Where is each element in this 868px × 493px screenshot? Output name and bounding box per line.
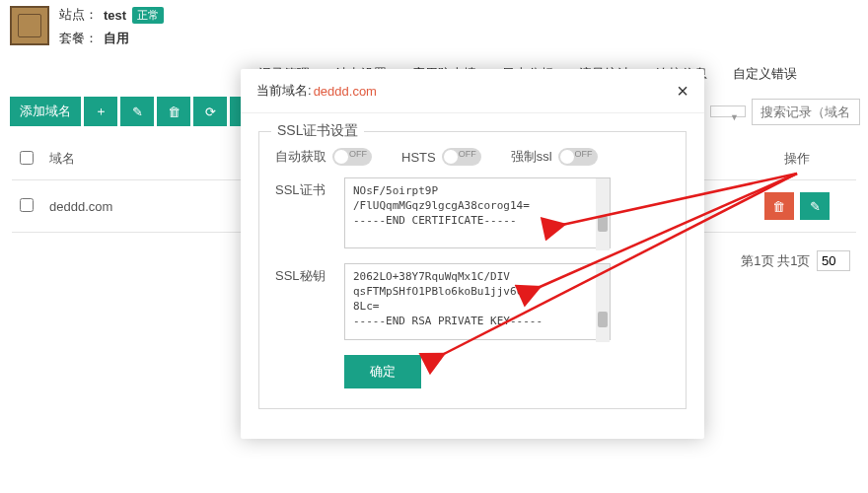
trash-icon[interactable]: 🗑 <box>157 97 190 126</box>
ssl-cert-textarea[interactable] <box>344 177 611 248</box>
scroll-thumb[interactable] <box>598 312 608 327</box>
fieldset-legend: SSL证书设置 <box>271 122 364 140</box>
cert-label: SSL证书 <box>275 177 344 199</box>
refresh-icon[interactable]: ⟳ <box>193 97 227 126</box>
close-icon[interactable]: × <box>677 81 688 101</box>
pager-text: 第1页 共1页 <box>741 253 810 268</box>
app-logo <box>10 6 49 45</box>
ssl-fieldset: SSL证书设置 自动获取 OFF HSTS OFF 强制ssl OFF SSL证… <box>258 131 687 409</box>
page-size-input[interactable] <box>817 250 850 271</box>
auto-label: 自动获取 <box>275 148 326 166</box>
tab-custom-error[interactable]: 自定义错误 <box>731 61 799 87</box>
plan-value: 自用 <box>104 30 129 47</box>
trash-icon: 🗑 <box>772 199 785 214</box>
site-line: 站点： test 正常 <box>59 6 164 24</box>
row-checkbox[interactable] <box>20 198 34 212</box>
plan-label: 套餐： <box>59 30 98 47</box>
modal-title-prefix: 当前域名: <box>256 82 312 100</box>
ssl-key-textarea[interactable] <box>344 263 611 340</box>
plan-line: 套餐： 自用 <box>59 30 164 47</box>
search-input[interactable] <box>752 99 860 125</box>
pencil-icon: ✎ <box>810 199 821 214</box>
scrollbar[interactable] <box>596 264 610 342</box>
scroll-thumb[interactable] <box>598 216 608 232</box>
modal-domain: deddd.com <box>314 84 377 99</box>
hsts-toggle[interactable]: HSTS OFF <box>401 148 481 166</box>
row-delete-button[interactable]: 🗑 <box>764 192 794 220</box>
force-label: 强制ssl <box>511 148 552 166</box>
modal-header: 当前域名: deddd.com × <box>241 69 704 113</box>
site-label: 站点： <box>59 6 98 24</box>
force-ssl-toggle[interactable]: 强制ssl OFF <box>511 148 598 166</box>
scrollbar[interactable] <box>596 178 610 250</box>
switch-off-icon: OFF <box>332 148 372 166</box>
top-bar: 站点： test 正常 套餐： 自用 <box>0 0 868 47</box>
select-all-checkbox[interactable] <box>20 151 34 165</box>
col-ops: 操作 <box>738 138 856 180</box>
key-label: SSL秘钥 <box>275 263 344 285</box>
ssl-modal: 当前域名: deddd.com × SSL证书设置 自动获取 OFF HSTS … <box>241 69 704 439</box>
pencil-icon[interactable]: ✎ <box>120 97 154 126</box>
switch-off-icon: OFF <box>558 148 598 166</box>
add-domain-button[interactable]: 添加域名 <box>10 97 81 126</box>
plus-icon[interactable]: ＋ <box>84 97 117 126</box>
auto-fetch-toggle[interactable]: 自动获取 OFF <box>275 148 372 166</box>
site-name: test <box>104 8 126 23</box>
hsts-label: HSTS <box>401 150 436 165</box>
filter-select-2[interactable] <box>710 106 746 117</box>
switch-off-icon: OFF <box>442 148 481 166</box>
confirm-button[interactable]: 确定 <box>344 355 421 388</box>
status-badge: 正常 <box>132 7 164 24</box>
row-edit-button[interactable]: ✎ <box>800 192 830 220</box>
